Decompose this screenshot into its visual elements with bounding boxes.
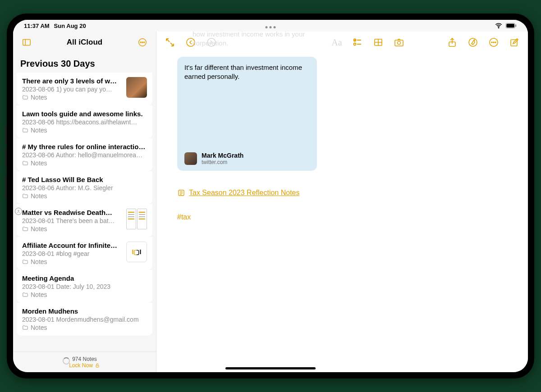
- lock-now-button[interactable]: Lock Now: [69, 362, 100, 369]
- note-title: Morden Mudhens: [22, 307, 147, 315]
- note-link[interactable]: Tax Season 2023 Reflection Notes: [177, 189, 507, 197]
- svg-point-7: [140, 42, 141, 43]
- note-subtitle: 2023-08-06 https://beacons.ai/thelawnt…: [22, 119, 147, 126]
- embed-source: twitter.com: [202, 159, 243, 165]
- svg-rect-3: [515, 24, 516, 27]
- note-title: Lawn tools guide and awesome links.: [22, 110, 147, 118]
- svg-point-26: [491, 42, 492, 43]
- folder-icon: [22, 127, 28, 133]
- device-button: [5, 149, 7, 167]
- svg-point-27: [493, 42, 494, 43]
- device-button: [5, 126, 7, 144]
- note-folder: Notes: [22, 291, 147, 298]
- share-button[interactable]: [447, 37, 458, 48]
- battery-icon: [505, 23, 517, 29]
- note-title: Affiliate Account for Infinite…: [22, 242, 122, 249]
- note-folder: Notes: [22, 160, 147, 167]
- note-subtitle: 2023-08-06 Author: M.G. Siegler: [22, 184, 147, 191]
- folder-icon: [22, 160, 28, 166]
- svg-point-9: [144, 42, 145, 43]
- sidebar-more-button[interactable]: [136, 36, 149, 49]
- shared-icon: [15, 208, 22, 215]
- svg-point-16: [354, 43, 356, 46]
- note-list-item[interactable]: There are only 3 levels of w…2023-08-06 …: [17, 73, 152, 105]
- folder-icon: [22, 193, 28, 199]
- markup-button[interactable]: [468, 37, 478, 48]
- editor-toolbar: how investment income works in your corp…: [156, 32, 528, 53]
- svg-point-0: [498, 27, 499, 28]
- note-subtitle: 2023-08-01 There's been a bat…: [22, 217, 122, 224]
- wifi-icon: [495, 22, 503, 30]
- note-folder: Notes: [22, 94, 122, 101]
- text-format-button[interactable]: Aa: [331, 37, 342, 48]
- multitasking-dots[interactable]: [266, 26, 276, 28]
- svg-point-8: [142, 42, 143, 43]
- note-list-item[interactable]: Meeting Agenda2023-08-01 Date: July 10, …: [17, 270, 152, 303]
- svg-rect-29: [511, 40, 517, 46]
- home-indicator[interactable]: [225, 367, 316, 369]
- note-list-item[interactable]: # Ted Lasso Will Be Back2023-08-06 Autho…: [17, 171, 152, 204]
- note-folder: Notes: [22, 258, 122, 265]
- table-button[interactable]: [373, 37, 384, 48]
- status-date: Sun Aug 20: [54, 23, 86, 29]
- note-subtitle: 2023-08-06 Author: hello@manuelmorea…: [22, 151, 147, 159]
- note-list-item[interactable]: # My three rules for online interactio…2…: [17, 138, 152, 171]
- folder-icon: [22, 94, 28, 100]
- note-title: Matter vs Readwise Death…: [22, 209, 122, 216]
- folder-icon: [22, 292, 28, 298]
- fullscreen-button[interactable]: [165, 37, 175, 48]
- note-subtitle: 2023-08-01 #blog #gear: [22, 250, 122, 257]
- svg-rect-2: [506, 24, 514, 27]
- notes-count: 974 Notes: [72, 356, 97, 362]
- folder-icon: [22, 226, 28, 232]
- svg-point-28: [495, 42, 496, 43]
- note-link-icon: [177, 189, 185, 197]
- status-time: 11:37 AM: [24, 23, 50, 29]
- note-folder: Notes: [22, 225, 122, 232]
- sidebar-title: All iCloud: [67, 38, 102, 47]
- svg-point-10: [18, 210, 19, 211]
- compose-button[interactable]: [509, 37, 520, 48]
- note-subtitle: 2023-08-01 Mordenmudhens@gmail.com: [22, 316, 147, 323]
- sidebar-footer: 974 Notes Lock Now: [13, 351, 156, 372]
- note-folder: Notes: [22, 192, 147, 200]
- note-list-item[interactable]: Morden Mudhens2023-08-01 Mordenmudhens@g…: [17, 303, 152, 336]
- status-bar: 11:37 AM Sun Aug 20: [13, 20, 528, 32]
- folder-icon: [22, 259, 28, 265]
- notes-sidebar: All iCloud Previous 30 Days There are on…: [13, 32, 156, 372]
- note-subtitle: 2023-08-01 Date: July 10, 2023: [22, 283, 147, 290]
- note-title: There are only 3 levels of w…: [22, 77, 122, 85]
- note-thumbnail: I▢I: [126, 242, 147, 262]
- embed-text: It's far different than investment incom…: [184, 63, 310, 81]
- note-thumbnail: [126, 77, 147, 98]
- note-subtitle: 2023-08-06 1) you can pay yo…: [22, 86, 122, 93]
- svg-rect-4: [23, 40, 31, 46]
- note-title: Meeting Agenda: [22, 274, 147, 282]
- note-link-text[interactable]: Tax Season 2023 Reflection Notes: [189, 189, 299, 197]
- note-editor: how investment income works in your corp…: [156, 32, 528, 372]
- background-text: how investment income works in your corp…: [193, 32, 305, 47]
- tweet-embed-card[interactable]: It's far different than investment incom…: [177, 57, 317, 171]
- embed-author: Mark McGrath: [202, 152, 243, 159]
- camera-button[interactable]: [394, 37, 404, 48]
- svg-point-22: [398, 41, 401, 45]
- note-list-item[interactable]: Matter vs Readwise Death…2023-08-01 Ther…: [17, 204, 152, 237]
- note-list-item[interactable]: Affiliate Account for Infinite…2023-08-0…: [17, 237, 152, 270]
- folder-icon: [22, 324, 28, 331]
- section-header: Previous 30 Days: [13, 53, 156, 73]
- svg-point-24: [469, 38, 477, 46]
- editor-content[interactable]: It's far different than investment incom…: [156, 53, 528, 372]
- notes-list[interactable]: There are only 3 levels of w…2023-08-06 …: [13, 73, 156, 351]
- checklist-button[interactable]: [352, 37, 363, 48]
- note-title: # My three rules for online interactio…: [22, 143, 147, 150]
- note-list-item[interactable]: Lawn tools guide and awesome links.2023-…: [17, 105, 152, 138]
- hashtag[interactable]: #tax: [177, 213, 507, 221]
- svg-rect-11: [96, 365, 99, 367]
- ipad-device-frame: 11:37 AM Sun Aug 20 All iCl: [7, 14, 534, 378]
- sync-spinner-icon: [63, 357, 70, 365]
- embed-avatar: [184, 152, 197, 165]
- more-button[interactable]: [488, 37, 499, 48]
- note-title: # Ted Lasso Will Be Back: [22, 176, 147, 183]
- toggle-sidebar-button[interactable]: [20, 36, 33, 49]
- device-button: [5, 176, 7, 199]
